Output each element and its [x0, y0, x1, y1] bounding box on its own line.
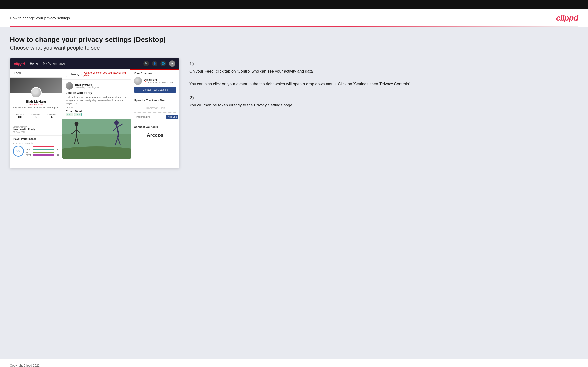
- profile-avatar: [31, 87, 42, 98]
- nav-my-performance[interactable]: My Performance: [43, 62, 65, 65]
- instruction-2: 2) You will then be taken directly to th…: [189, 95, 578, 108]
- quality-bars: OTT 90 APP 85 ARG: [26, 146, 59, 157]
- svg-rect-2: [62, 134, 131, 159]
- app-body: Feed Blair McHarg Plus Handicap Royal No…: [10, 69, 179, 168]
- user-icon[interactable]: 👤: [152, 61, 157, 66]
- feed-header: Following ▾ Control who can see your act…: [62, 69, 131, 80]
- latest-activity: Latest Activity Lesson with Fordy 03 Aug…: [10, 124, 62, 136]
- svg-point-9: [114, 120, 119, 125]
- post-duration-label: Duration: [66, 106, 127, 109]
- instructions-column: 1) On your Feed, click/tap on 'Control w…: [189, 58, 578, 116]
- app-sidebar: Feed Blair McHarg Plus Handicap Royal No…: [10, 69, 62, 168]
- add-link-button[interactable]: Add Link: [166, 115, 178, 119]
- trackman-section: Upload a Trackman Test Trackman Link Add…: [131, 96, 179, 122]
- profile-club: Royal North Devon Golf Club, United King…: [12, 106, 60, 109]
- trackman-link-input[interactable]: [134, 115, 165, 119]
- main-content: How to change your privacy settings (Des…: [0, 27, 588, 359]
- coaches-section: Your Coaches David Ford 📍 Royal North De…: [131, 69, 179, 96]
- profile-name: Blair McHarg: [12, 100, 60, 103]
- top-bar: [0, 0, 588, 9]
- connect-section: Connect your data Arccos: [131, 122, 179, 143]
- post-image: [62, 119, 131, 159]
- instruction-1-text: On your Feed, click/tap on 'Control who …: [189, 68, 578, 87]
- coach-name: David Ford: [144, 78, 173, 81]
- two-column-layout: clippd Home My Performance 🔍 👤 🌐 ▼ Feed: [10, 58, 578, 168]
- nav-home[interactable]: Home: [30, 62, 38, 65]
- post-author-avatar: [66, 82, 73, 90]
- connect-title: Connect your data: [134, 125, 176, 128]
- page-title: How to change your privacy settings: [10, 16, 70, 20]
- control-privacy-link[interactable]: Control who can see your activity and da…: [84, 71, 127, 77]
- instruction-1-number: 1): [189, 61, 578, 67]
- search-icon[interactable]: 🔍: [143, 61, 149, 66]
- trackman-placeholder: Trackman Link: [134, 104, 176, 113]
- user-avatar[interactable]: ▼: [169, 60, 175, 67]
- globe-icon[interactable]: 🌐: [160, 61, 166, 66]
- app-mockup: clippd Home My Performance 🔍 👤 🌐 ▼ Feed: [10, 58, 179, 168]
- app-navbar: clippd Home My Performance 🔍 👤 🌐 ▼: [10, 58, 179, 69]
- player-performance: Player Performance Total Player Quality …: [10, 136, 62, 158]
- manage-coaches-button[interactable]: Manage Your Coaches: [134, 87, 176, 93]
- instruction-1: 1) On your Feed, click/tap on 'Control w…: [189, 61, 578, 87]
- app-right-panel: Your Coaches David Ford 📍 Royal North De…: [131, 69, 179, 168]
- profile-stats: Activities 131 Followers 3 Following 4: [12, 111, 60, 121]
- following-button[interactable]: Following ▾: [66, 72, 84, 77]
- post-tags: OTT APP: [66, 113, 127, 116]
- feed-tab[interactable]: Feed: [10, 69, 62, 78]
- coach-club: 📍 Royal North Devon Golf Club: [144, 81, 173, 83]
- profile-banner: [10, 78, 62, 93]
- post-title: Lesson with Fordy: [66, 91, 127, 95]
- page-subheading: Choose what you want people to see: [10, 45, 578, 51]
- coach-avatar: [134, 77, 142, 85]
- instruction-2-number: 2): [189, 95, 578, 101]
- app-logo: clippd: [14, 62, 25, 66]
- site-footer: Copyright Clippd 2022: [0, 359, 588, 367]
- stat-followers: Followers 3: [31, 113, 40, 119]
- app-feed: Following ▾ Control who can see your act…: [62, 69, 131, 168]
- trackman-input-row: Add Link: [134, 115, 176, 119]
- stat-following: Following 4: [47, 113, 56, 119]
- post-body: Looking to feel like my hands are exitin…: [66, 96, 127, 105]
- coach-item: David Ford 📍 Royal North Devon Golf Club: [134, 77, 176, 85]
- post-item: Blair McHarg Yesterday · Sunningdale Les…: [62, 80, 131, 119]
- tag-app: APP: [74, 113, 82, 116]
- post-duration-value: 01 hr : 30 min: [66, 110, 127, 113]
- instruction-2-text: You will then be taken directly to the P…: [189, 102, 578, 108]
- page-heading: How to change your privacy settings (Des…: [10, 36, 578, 44]
- trackman-title: Upload a Trackman Test: [134, 99, 176, 102]
- post-time: Yesterday · Sunningdale: [75, 86, 99, 89]
- svg-point-3: [75, 122, 79, 126]
- coaches-title: Your Coaches: [134, 72, 176, 75]
- copyright-text: Copyright Clippd 2022: [10, 364, 40, 367]
- app-nav-icons: 🔍 👤 🌐 ▼: [143, 60, 175, 67]
- quality-score: 92: [13, 146, 24, 157]
- arccos-logo: Arccos: [134, 130, 176, 140]
- profile-handicap: Plus Handicap: [12, 103, 60, 106]
- site-header: How to change your privacy settings clip…: [0, 9, 588, 23]
- site-logo: clippd: [556, 13, 578, 23]
- tag-ott: OTT: [66, 113, 73, 116]
- post-author-name: Blair McHarg: [75, 83, 99, 86]
- stat-activities: Activities 131: [16, 113, 24, 119]
